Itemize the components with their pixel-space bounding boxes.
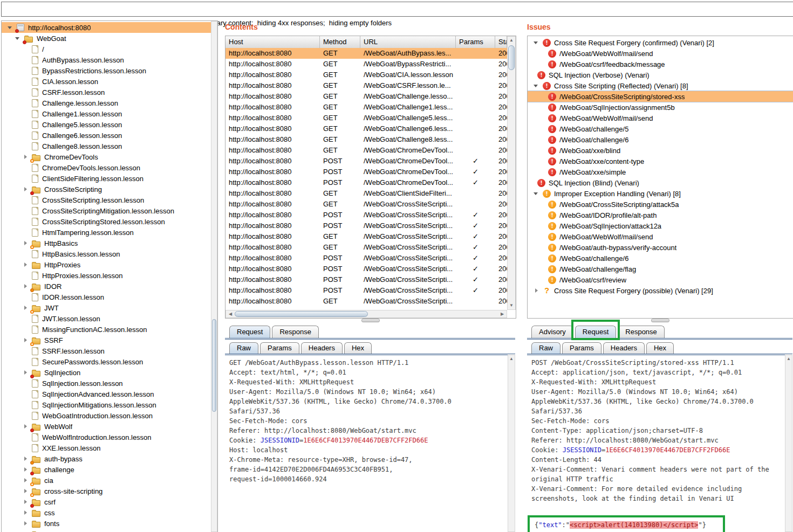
tab-raw[interactable]: Raw	[531, 342, 560, 354]
tab-response[interactable]: Response	[272, 326, 319, 338]
request-raw-text[interactable]: GET /WebGoat/AuthBypass.lesson.lesson HT…	[225, 355, 508, 532]
issue-item[interactable]: !/WebGoat/csrf/feedback/message	[528, 59, 793, 70]
issue-item[interactable]: !SQL Injection (Verbose) (Venari)	[528, 70, 793, 80]
column-header-params[interactable]: Params	[456, 36, 495, 48]
tree-item[interactable]: SqlInjection	[2, 367, 211, 378]
issue-item[interactable]: !Cross Site Request Forgery (confirmed) …	[528, 37, 793, 48]
scroll-up-icon[interactable]: ▲	[508, 37, 515, 44]
table-row[interactable]: http://localhost:8080GET/WebGoat/BypassR…	[225, 59, 507, 70]
issue-item[interactable]: !/WebGoat/CrossSiteScripting/stored-xss	[528, 91, 793, 102]
tab-params[interactable]: Params	[562, 342, 601, 354]
issue-item[interactable]: !/WebGoat/xxe/blind	[528, 145, 793, 156]
table-row[interactable]: http://localhost:8080GET/WebGoat/AuthByp…	[225, 48, 507, 59]
tree-item[interactable]: IDOR.lesson.lesson	[2, 292, 211, 302]
issue-item[interactable]: !/WebGoat/IDOR/profile/alt-path	[528, 210, 793, 220]
tree-item[interactable]: Challenge5.lesson.lesson	[2, 119, 211, 130]
column-header-url[interactable]: URL	[360, 36, 456, 48]
tab-response[interactable]: Response	[618, 326, 665, 338]
tree-item[interactable]: css	[2, 507, 211, 518]
issue-item[interactable]: !/WebGoat/challenge/flag	[528, 264, 793, 274]
scroll-down-icon[interactable]: ▼	[508, 302, 515, 309]
column-header-status[interactable]: Status	[495, 36, 507, 48]
issue-item[interactable]: ?Cross Site Request Forgery (possible) (…	[528, 285, 793, 296]
splitter-grip[interactable]	[361, 319, 380, 322]
tree-item[interactable]: csrf	[2, 496, 211, 507]
tree-item[interactable]: fonts	[2, 518, 211, 529]
table-row[interactable]: http://localhost:8080GET/WebGoat/ChromeD…	[225, 145, 507, 156]
issue-item[interactable]: !/WebGoat/xxe/simple	[528, 167, 793, 177]
scrollbar-thumb[interactable]	[212, 319, 216, 412]
tree-item[interactable]: HtmlTampering.lesson.lesson	[2, 227, 211, 238]
issue-item[interactable]: !/WebGoat/challenge/6	[528, 134, 793, 145]
table-row[interactable]: http://localhost:8080GET/WebGoat/Challen…	[225, 123, 507, 134]
chevron-down-icon[interactable]	[532, 39, 543, 46]
request-text-scrollbar[interactable]: ▲	[508, 355, 515, 532]
tab-request[interactable]: Request	[229, 326, 270, 338]
tab-advisory[interactable]: Advisory	[531, 326, 573, 338]
tree-item[interactable]: challenge	[2, 464, 211, 475]
issue-item[interactable]: !/WebGoat/CrossSiteScripting/attack5a	[528, 199, 793, 210]
horizontal-splitter[interactable]	[527, 317, 792, 322]
table-row[interactable]: http://localhost:8080POST/WebGoat/CrossS…	[225, 253, 507, 264]
tab-hex[interactable]: Hex	[344, 342, 372, 354]
scrollbar-thumb[interactable]	[235, 311, 368, 317]
tree-item[interactable]: AuthBypass.lesson.lesson	[2, 54, 211, 65]
issue-item[interactable]: !/WebGoat/auth-bypass/verify-account	[528, 242, 793, 253]
scroll-up-icon[interactable]: ▲	[508, 355, 515, 363]
issue-request-raw-text[interactable]: POST /WebGoat/CrossSiteScripting/stored-…	[527, 355, 785, 532]
tree-item[interactable]: WebGoat	[2, 33, 211, 44]
sitemap-filter-bar[interactable]: Filter: Hiding not found items; hiding C…	[1, 2, 793, 17]
tree-item[interactable]: HttpBasics.lesson.lesson	[2, 248, 211, 259]
table-row[interactable]: http://localhost:8080GET/WebGoat/Challen…	[225, 134, 507, 145]
tree-item[interactable]: SSRF	[2, 335, 211, 346]
tree-item[interactable]: Challenge6.lesson.lesson	[2, 130, 211, 141]
tree-item[interactable]: SecurePasswords.lesson.lesson	[2, 356, 211, 367]
column-header-host[interactable]: Host	[225, 36, 320, 48]
tree-item[interactable]: Challenge1.lesson.lesson	[2, 108, 211, 119]
chevron-down-icon[interactable]	[532, 82, 543, 89]
tree-item[interactable]: cross-site-scripting	[2, 486, 211, 496]
table-row[interactable]: http://localhost:8080POST/WebGoat/CrossS…	[225, 264, 507, 274]
issue-item[interactable]: !/WebGoat/WebWolf/mail/send	[528, 113, 793, 123]
tree-item[interactable]: Challenge8.lesson.lesson	[2, 141, 211, 151]
tree-item[interactable]	[2, 529, 211, 532]
tree-item[interactable]: ClientSideFiltering.lesson.lesson	[2, 173, 211, 184]
table-row[interactable]: http://localhost:8080GET/WebGoat/Challen…	[225, 91, 507, 102]
tree-item[interactable]: ChromeDevTools	[2, 151, 211, 162]
tree-item[interactable]: Challenge.lesson.lesson	[2, 98, 211, 108]
issue-item[interactable]: !/WebGoat/WebWolf/mail/send	[528, 231, 793, 242]
tree-item[interactable]: http://localhost:8080	[2, 22, 211, 33]
tree-item[interactable]: CrossSiteScriptingMitigation.lesson.less…	[2, 205, 211, 216]
column-header-method[interactable]: Method	[320, 36, 360, 48]
tree-item[interactable]: cia	[2, 475, 211, 486]
tree-item[interactable]: SqlInjectionMitigations.lesson.lesson	[2, 399, 211, 410]
tree-item[interactable]: CIA.lesson.lesson	[2, 76, 211, 87]
chevron-down-icon[interactable]	[532, 190, 543, 197]
table-row[interactable]: http://localhost:8080POST/WebGoat/Chrome…	[225, 156, 507, 167]
table-row[interactable]: http://localhost:8080GET/WebGoat/CIA.les…	[225, 70, 507, 80]
tab-params[interactable]: Params	[260, 342, 299, 354]
scroll-up-icon[interactable]: ▲	[785, 355, 792, 363]
chevron-right-icon[interactable]	[21, 520, 32, 527]
tree-item[interactable]: XXE.lesson.lesson	[2, 443, 211, 453]
tree-item[interactable]: ChromeDevTools.lesson.lesson	[2, 162, 211, 173]
scroll-right-icon[interactable]: ▶	[499, 310, 505, 317]
tree-item[interactable]: CSRF.lesson.lesson	[2, 87, 211, 98]
tree-item[interactable]: CrossSiteScripting.lesson.lesson	[2, 195, 211, 205]
table-row[interactable]: http://localhost:8080GET/WebGoat/CrossSi…	[225, 199, 507, 210]
issue-item[interactable]: !/WebGoat/challenge/5	[528, 123, 793, 134]
issue-item[interactable]: !SQL Injection (Blind) (Venari)	[528, 177, 793, 188]
tree-item[interactable]: WebWolfIntroduction.lesson.lesson	[2, 432, 211, 443]
issue-item[interactable]: !/WebGoat/xxe/content-type	[528, 156, 793, 167]
tree-item[interactable]: SSRF.lesson.lesson	[2, 346, 211, 356]
issue-item[interactable]: !/WebGoat/SqlInjection/assignment5b	[528, 102, 793, 113]
table-row[interactable]: http://localhost:8080GET/WebGoat/CrossSi…	[225, 231, 507, 242]
tab-headers[interactable]: Headers	[301, 342, 343, 354]
table-row[interactable]: http://localhost:8080GET/WebGoat/CSRF.le…	[225, 80, 507, 91]
tree-item[interactable]: SqlInjection.lesson.lesson	[2, 378, 211, 389]
chevron-right-icon[interactable]	[532, 287, 543, 294]
tab-headers[interactable]: Headers	[603, 342, 645, 354]
issue-text-scrollbar[interactable]: ▲	[785, 355, 792, 532]
tree-item[interactable]: /	[2, 44, 211, 54]
table-row[interactable]: http://localhost:8080GET/WebGoat/ClientS…	[225, 188, 507, 199]
